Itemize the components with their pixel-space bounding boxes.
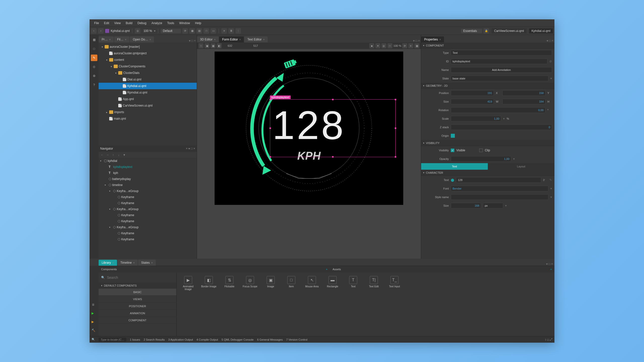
checkbox-clip[interactable] xyxy=(479,149,483,152)
menu-file[interactable]: File xyxy=(92,21,101,25)
component-item[interactable]: ▬Rectangle xyxy=(325,276,341,288)
tab-opendocs[interactable]: Open Do…× xyxy=(130,36,154,42)
navigator-row[interactable]: ▾Keyfra…eGroup xyxy=(99,206,197,212)
field-rotation[interactable]: 0,00 xyxy=(451,107,545,113)
tool-3-icon[interactable]: ▤ xyxy=(196,28,202,34)
navigator-row[interactable]: ▾timeline xyxy=(99,182,197,188)
tree-row[interactable]: auroraCluster.qmlproject xyxy=(99,50,197,57)
navigator-row[interactable]: Tkph xyxy=(99,170,197,176)
kit-selector[interactable]: Default xyxy=(161,29,181,33)
section-visibility[interactable]: ▾VISIBILITY xyxy=(421,140,554,146)
open-doc-1[interactable]: Kphdial.ui.qml xyxy=(529,28,553,33)
tool-2-icon[interactable]: ▦ xyxy=(189,28,195,34)
tree-row[interactable]: main.qml xyxy=(99,115,197,122)
add-annotation-button[interactable]: Add Annotation xyxy=(451,67,552,73)
tab-projects[interactable]: Pr…× xyxy=(99,36,114,42)
canvas-opt-5[interactable]: ⟳ xyxy=(402,43,407,48)
mode-debug-icon[interactable]: ⊙ xyxy=(91,64,97,70)
tree-row[interactable]: Rpmdial.ui.qml xyxy=(99,89,197,96)
menu-view[interactable]: View xyxy=(112,21,123,25)
navigator-row[interactable]: ▾Keyfra…eGroup xyxy=(99,224,197,230)
component-item[interactable]: ◧Border Image xyxy=(201,276,217,288)
status-pane-button[interactable]: 2 Search Results xyxy=(144,338,165,341)
field-sizeunit[interactable]: px xyxy=(483,203,503,208)
tree-row[interactable]: ▾content xyxy=(99,57,197,63)
navigator-row[interactable]: Keyframe xyxy=(99,230,197,236)
filter-icon[interactable]: ▼ xyxy=(122,153,126,157)
component-item[interactable]: TText xyxy=(345,276,361,288)
checkbox-visible[interactable]: ✓ xyxy=(451,149,454,152)
navigator-row[interactable]: batterydisplay xyxy=(99,176,197,182)
align-2-icon[interactable]: ≣ xyxy=(228,28,234,34)
nav-fwd-icon[interactable]: › xyxy=(98,28,104,34)
run-icon[interactable]: ▶ xyxy=(92,311,97,316)
form-canvas[interactable]: 128 KPH kphdisplaytext xyxy=(197,49,421,259)
field-id[interactable]: kphdisplaytext xyxy=(451,59,547,64)
run-debug-icon[interactable]: ▶ xyxy=(92,320,97,325)
menu-build[interactable]: Build xyxy=(123,21,135,25)
canvas-opt-1[interactable]: ■ xyxy=(369,43,374,48)
workspace-selector[interactable]: Essentials xyxy=(461,29,482,33)
component-category[interactable]: ANIMATION xyxy=(99,310,176,317)
close-icon[interactable]: × xyxy=(149,38,151,41)
tab-3d-editor[interactable]: 3D Editor× xyxy=(197,36,219,42)
component-search-input[interactable] xyxy=(107,276,174,280)
field-pos-y[interactable]: 158 xyxy=(502,90,545,96)
selection-outline[interactable] xyxy=(270,99,396,157)
tree-row[interactable]: ▸imports xyxy=(99,109,197,115)
navigator-row[interactable]: Keyframe xyxy=(99,200,197,206)
nav-up-icon[interactable]: ↑ xyxy=(111,153,115,157)
tool-5-icon[interactable]: ▭ xyxy=(211,28,216,34)
canvas-opt-6[interactable]: ≡ xyxy=(408,43,413,48)
section-component[interactable]: ▾COMPONENT xyxy=(421,42,554,49)
navigator-row[interactable]: Keyframe xyxy=(99,236,197,242)
tree-row[interactable]: App.qml xyxy=(99,96,197,102)
navigator-row[interactable]: Keyframe xyxy=(99,218,197,224)
component-category[interactable]: VIEWS xyxy=(99,296,176,303)
canvas-tool-1[interactable]: □ xyxy=(198,43,204,48)
field-state[interactable]: base state xyxy=(451,76,548,81)
field-pos-x[interactable]: 191 xyxy=(451,90,494,96)
status-pane-button[interactable]: 3 Application Output xyxy=(168,338,193,341)
tab-filesystem[interactable]: Fil…× xyxy=(114,36,130,42)
tool-1-icon[interactable]: ⟳ xyxy=(182,28,188,34)
component-item[interactable]: ↖Mouse Area xyxy=(304,276,320,288)
field-size-w[interactable]: 419 xyxy=(451,99,494,104)
add-asset-icon[interactable]: + xyxy=(550,268,552,271)
origin-picker[interactable] xyxy=(451,134,455,138)
tab-timeline[interactable]: Timeline× xyxy=(117,260,138,266)
close-icon[interactable]: × xyxy=(125,38,127,41)
menu-analyze[interactable]: Analyze xyxy=(149,21,165,25)
mode-welcome-icon[interactable]: ▦ xyxy=(91,36,97,43)
add-component-icon[interactable]: + xyxy=(326,268,328,271)
tab-library[interactable]: Library× xyxy=(99,260,117,266)
nav-back-icon[interactable]: ‹ xyxy=(91,28,97,34)
mode-design-icon[interactable]: ✎ xyxy=(91,55,97,61)
menu-debug[interactable]: Debug xyxy=(135,21,149,25)
status-pane-button[interactable]: 7 Version Control xyxy=(286,338,307,341)
nav-down-icon[interactable]: ↓ xyxy=(117,153,121,157)
locator-input[interactable]: Type to locate (C… xyxy=(99,338,126,342)
component-item[interactable]: ▣Image xyxy=(263,276,279,288)
field-opacity[interactable]: 1,00 xyxy=(451,156,511,162)
component-item[interactable]: ▶Animated Image xyxy=(180,276,196,291)
component-item[interactable]: ◎Focus Scope xyxy=(242,276,258,288)
subtab-text[interactable]: Text xyxy=(421,163,488,170)
field-scale[interactable]: 1,00 xyxy=(451,116,501,121)
category-header[interactable]: ▾DEFAULT COMPONENTS xyxy=(99,283,176,289)
canvas-opt-4[interactable]: □ xyxy=(387,43,392,48)
align-1-icon[interactable]: ≡ xyxy=(221,28,227,34)
close-icon[interactable]: × ▾ □ × xyxy=(186,147,195,150)
canvas-tool-3[interactable]: ▦ xyxy=(211,43,216,48)
component-item[interactable]: T_Text Input xyxy=(386,276,403,288)
menu-tools[interactable]: Tools xyxy=(165,21,177,25)
zoom-target-icon[interactable]: ◎ xyxy=(135,28,140,34)
component-item[interactable]: □Item xyxy=(283,276,299,288)
field-style[interactable] xyxy=(451,194,548,200)
nav-fwd-icon[interactable]: → xyxy=(106,153,110,157)
navigator-row[interactable]: Keyframe xyxy=(99,194,197,200)
status-pane-button[interactable]: 5 QML Debugger Console xyxy=(222,338,254,341)
subtab-layout[interactable]: Layout xyxy=(488,163,554,170)
field-size-h[interactable]: 184 xyxy=(502,99,545,104)
field-zstack[interactable]: 0 xyxy=(451,124,552,130)
